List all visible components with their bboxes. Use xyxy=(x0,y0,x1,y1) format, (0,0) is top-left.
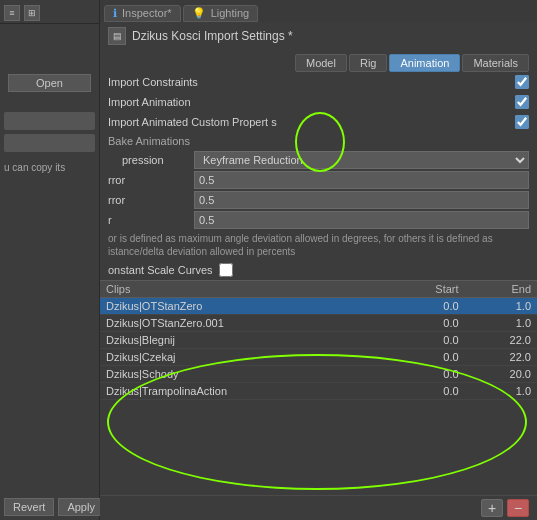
rror1-label: rror xyxy=(108,174,188,186)
r-label: r xyxy=(108,214,188,226)
table-row[interactable]: Dzikus|Schody 0.0 20.0 xyxy=(100,366,537,383)
r-input[interactable] xyxy=(194,211,529,229)
table-row[interactable]: Dzikus|TrampolinaAction 0.0 1.0 xyxy=(100,383,537,400)
import-animation-checkbox[interactable] xyxy=(515,95,529,109)
clip-start: 0.0 xyxy=(388,349,464,366)
copy-text: u can copy its xyxy=(0,160,99,175)
clip-name: Dzikus|Blegnij xyxy=(100,332,388,349)
animation-tabs: Model Rig Animation Materials xyxy=(100,50,537,72)
left-icon-1[interactable]: ≡ xyxy=(4,5,20,21)
open-button[interactable]: Open xyxy=(8,74,91,92)
left-top-bar: ≡ ⊞ xyxy=(0,2,99,24)
constant-scale-row: onstant Scale Curves xyxy=(100,260,537,280)
clip-end: 20.0 xyxy=(465,366,537,383)
info-icon: ℹ xyxy=(113,7,117,19)
clip-name: Dzikus|TrampolinaAction xyxy=(100,383,388,400)
help-text: or is defined as maximum angle deviation… xyxy=(100,230,537,260)
compression-label: pression xyxy=(108,154,188,166)
tab-model[interactable]: Model xyxy=(295,54,347,72)
tab-inspector[interactable]: ℹ Inspector* xyxy=(104,5,181,22)
import-animated-custom-checkbox[interactable] xyxy=(515,115,529,129)
import-constraints-checkbox[interactable] xyxy=(515,75,529,89)
tab-materials[interactable]: Materials xyxy=(462,54,529,72)
clip-end: 22.0 xyxy=(465,349,537,366)
clip-name: Dzikus|OTStanZero xyxy=(100,298,388,315)
import-constraints-label: Import Constraints xyxy=(108,76,198,88)
clip-start: 0.0 xyxy=(388,383,464,400)
clips-col-name: Clips xyxy=(100,281,388,298)
clip-name: Dzikus|Czekaj xyxy=(100,349,388,366)
clip-start: 0.0 xyxy=(388,298,464,315)
import-constraints-row: Import Constraints xyxy=(100,72,537,92)
bottom-buttons: + − xyxy=(100,495,537,520)
rror1-row: rror xyxy=(100,170,537,190)
clip-end: 22.0 xyxy=(465,332,537,349)
table-row[interactable]: Dzikus|OTStanZero 0.0 1.0 xyxy=(100,298,537,315)
tab-rig[interactable]: Rig xyxy=(349,54,388,72)
remove-clip-button[interactable]: − xyxy=(507,499,529,517)
clips-tbody: Dzikus|OTStanZero 0.0 1.0 Dzikus|OTStanZ… xyxy=(100,298,537,400)
bottom-action-row: Revert Apply xyxy=(0,494,99,520)
clip-end: 1.0 xyxy=(465,315,537,332)
import-animation-label: Import Animation xyxy=(108,96,191,108)
lighting-icon: 💡 xyxy=(192,7,206,19)
import-animated-custom-row: Import Animated Custom Propert s xyxy=(100,112,537,132)
apply-button[interactable]: Apply xyxy=(58,498,104,516)
left-panel: ≡ ⊞ Open u can copy its Revert Apply xyxy=(0,0,100,520)
compression-row: pression Keyframe Reduction xyxy=(100,150,537,170)
clips-col-start: Start xyxy=(388,281,464,298)
left-icon-2[interactable]: ⊞ xyxy=(24,5,40,21)
page-title: Dzikus Kosci Import Settings * xyxy=(132,29,293,43)
clip-start: 0.0 xyxy=(388,366,464,383)
clip-start: 0.0 xyxy=(388,332,464,349)
add-clip-button[interactable]: + xyxy=(481,499,503,517)
table-row[interactable]: Dzikus|OTStanZero.001 0.0 1.0 xyxy=(100,315,537,332)
import-animation-row: Import Animation xyxy=(100,92,537,112)
clips-header: Clips Start End xyxy=(100,281,537,298)
bake-animations-label: Bake Animations xyxy=(100,132,537,150)
tab-animation[interactable]: Animation xyxy=(389,54,460,72)
rror1-input[interactable] xyxy=(194,171,529,189)
clips-container: Clips Start End Dzikus|OTStanZero 0.0 1.… xyxy=(100,280,537,495)
import-animated-custom-label: Import Animated Custom Propert s xyxy=(108,116,277,128)
r-field-row: r xyxy=(100,210,537,230)
clips-col-end: End xyxy=(465,281,537,298)
table-row[interactable]: Dzikus|Blegnij 0.0 22.0 xyxy=(100,332,537,349)
constant-scale-checkbox[interactable] xyxy=(219,263,233,277)
compression-dropdown[interactable]: Keyframe Reduction xyxy=(194,151,529,169)
clip-end: 1.0 xyxy=(465,298,537,315)
inspector-tab-bar: ℹ Inspector* 💡 Lighting xyxy=(100,0,537,22)
rror2-label: rror xyxy=(108,194,188,206)
asset-icon: ▤ xyxy=(108,27,126,45)
clips-table: Clips Start End Dzikus|OTStanZero 0.0 1.… xyxy=(100,280,537,400)
rror2-input[interactable] xyxy=(194,191,529,209)
rror2-row: rror xyxy=(100,190,537,210)
right-panel: ℹ Inspector* 💡 Lighting ▤ Dzikus Kosci I… xyxy=(100,0,537,520)
constant-scale-label: onstant Scale Curves xyxy=(108,264,213,276)
clip-end: 1.0 xyxy=(465,383,537,400)
clip-name: Dzikus|Schody xyxy=(100,366,388,383)
clip-start: 0.0 xyxy=(388,315,464,332)
tab-lighting[interactable]: 💡 Lighting xyxy=(183,5,259,22)
clip-name: Dzikus|OTStanZero.001 xyxy=(100,315,388,332)
revert-button[interactable]: Revert xyxy=(4,498,54,516)
title-bar: ▤ Dzikus Kosci Import Settings * xyxy=(100,22,537,50)
table-row[interactable]: Dzikus|Czekaj 0.0 22.0 xyxy=(100,349,537,366)
